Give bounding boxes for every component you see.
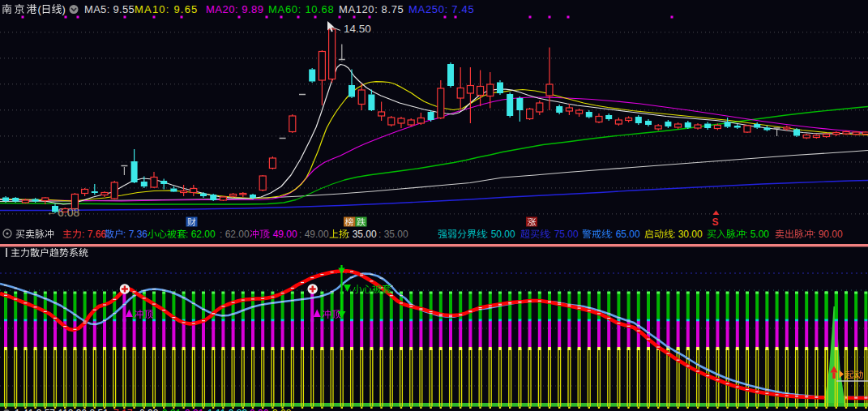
svg-text:0.21: 0.21 bbox=[162, 408, 182, 411]
svg-text:MA10: 9.65: MA10: 9.65 bbox=[135, 3, 199, 15]
svg-text:3.08: 3.08 bbox=[272, 408, 292, 411]
svg-text:: 75.00: : 75.00 bbox=[549, 229, 579, 240]
svg-text:1.11 0.83: 1.11 0.83 bbox=[207, 408, 247, 411]
svg-text:: 65.00: : 65.00 bbox=[610, 229, 640, 240]
svg-text:MA20: 9.89: MA20: 9.89 bbox=[206, 3, 264, 15]
svg-text:MA5: 9.55: MA5: 9.55 bbox=[84, 3, 135, 15]
svg-text:-0.92: -0.92 bbox=[136, 408, 159, 411]
svg-text:: 7.66: : 7.66 bbox=[82, 229, 106, 240]
svg-text:: 30.00: : 30.00 bbox=[673, 229, 703, 240]
svg-text:): ) bbox=[62, 3, 66, 15]
svg-text:14.50: 14.50 bbox=[344, 23, 371, 35]
svg-text:: 90.00: : 90.00 bbox=[813, 229, 843, 240]
svg-text:(: ( bbox=[38, 3, 42, 15]
svg-text:←: ← bbox=[46, 206, 57, 218]
svg-text:: 7.36: : 7.36 bbox=[123, 229, 148, 240]
svg-text:: 50.00: : 50.00 bbox=[485, 229, 515, 240]
svg-text:: 49.00: : 49.00 bbox=[267, 229, 297, 240]
svg-text:1.41 3.57 112.30 2.51: 1.41 3.57 112.30 2.51 bbox=[15, 408, 109, 411]
svg-text:6.08: 6.08 bbox=[58, 206, 79, 219]
svg-text:0.06: 0.06 bbox=[250, 408, 269, 411]
svg-text:MA60: 10.68: MA60: 10.68 bbox=[268, 3, 334, 15]
svg-text:S: S bbox=[712, 216, 719, 228]
svg-text:7.17: 7.17 bbox=[113, 408, 133, 411]
svg-text:2.21: 2.21 bbox=[185, 408, 204, 411]
svg-text:: 35.00: : 35.00 bbox=[378, 229, 408, 240]
svg-text:MA250: 7.45: MA250: 7.45 bbox=[408, 3, 474, 15]
svg-text:: 5.00: : 5.00 bbox=[745, 229, 769, 240]
svg-text:: 49.00: : 49.00 bbox=[299, 229, 329, 240]
svg-text:: 62.00: : 62.00 bbox=[186, 229, 216, 240]
svg-text:: 62.00: : 62.00 bbox=[220, 229, 250, 240]
svg-text:: 35.00: : 35.00 bbox=[347, 229, 377, 240]
svg-text:MA120: 8.75: MA120: 8.75 bbox=[339, 3, 404, 15]
